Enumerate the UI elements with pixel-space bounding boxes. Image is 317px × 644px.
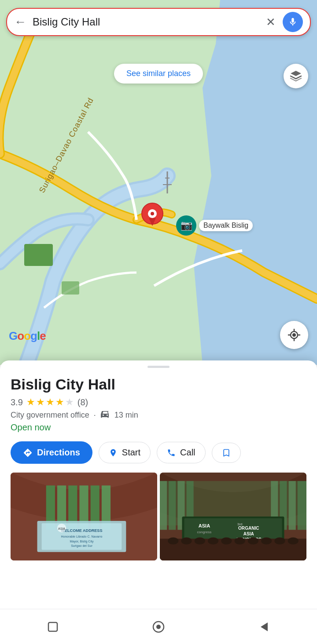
drive-icon — [100, 411, 110, 420]
svg-point-58 — [274, 537, 285, 544]
svg-text:WELCOME ADDRESS: WELCOME ADDRESS — [61, 528, 102, 533]
svg-point-62 — [156, 625, 161, 629]
dot-separator: · — [94, 411, 96, 420]
category-text: City government office — [11, 411, 89, 420]
google-logo: Google — [9, 329, 46, 343]
svg-rect-33 — [160, 481, 167, 530]
svg-text:Honorable Librado C. Navarro: Honorable Librado C. Navarro — [61, 535, 102, 538]
svg-text:congress: congress — [197, 530, 212, 534]
nav-home-button[interactable] — [145, 614, 172, 640]
svg-rect-34 — [169, 481, 176, 530]
star-4: ★ — [55, 397, 64, 408]
svg-point-9 — [151, 212, 154, 215]
star-5: ★ — [65, 397, 74, 408]
category-row: City government office · 13 min — [0, 411, 317, 420]
svg-text:Surigao del Sur: Surigao del Sur — [71, 544, 92, 548]
photos-row[interactable]: WELCOME ADDRESS Honorable Librado C. Nav… — [0, 473, 317, 560]
action-buttons-row: Directions Start Call — [0, 441, 317, 464]
svg-point-52 — [195, 537, 205, 544]
svg-text:ASIA: ASIA — [199, 523, 210, 528]
open-status: Open now — [0, 422, 317, 433]
rating-row: 3.9 ★ ★ ★ ★ ★ (8) — [0, 397, 317, 408]
my-location-button[interactable] — [280, 321, 308, 349]
svg-point-56 — [248, 537, 258, 544]
svg-text:Mayor, Bislig City: Mayor, Bislig City — [70, 540, 94, 543]
drive-time: 13 min — [114, 411, 138, 420]
map-container[interactable]: Surigao–Davao Coastal Rd 📷 Baywalk Bisli… — [0, 0, 317, 365]
star-2: ★ — [36, 397, 45, 408]
sheet-handle — [147, 366, 170, 368]
review-count: (8) — [77, 397, 88, 408]
svg-rect-40 — [298, 481, 306, 530]
map-pin[interactable] — [141, 202, 164, 229]
svg-text:ASIA: ASIA — [243, 531, 254, 536]
search-bar[interactable]: ← Bislig City Hall ✕ — [6, 8, 311, 36]
rating-number: 3.9 — [11, 397, 23, 408]
start-button[interactable]: Start — [99, 442, 151, 463]
baywalk-label: Baywalk Bislig — [199, 220, 253, 231]
svg-rect-60 — [48, 622, 57, 631]
svg-point-57 — [261, 537, 272, 544]
call-button[interactable]: Call — [157, 442, 205, 463]
save-button[interactable] — [212, 443, 241, 463]
svg-text:ASIA: ASIA — [58, 527, 65, 530]
see-similar-places-button[interactable]: See similar places — [114, 64, 203, 84]
svg-point-59 — [288, 537, 299, 544]
star-3: ★ — [46, 397, 55, 408]
svg-point-15 — [292, 333, 296, 337]
svg-point-50 — [168, 537, 178, 544]
star-rating: ★ ★ ★ ★ ★ — [26, 397, 74, 408]
place-title: Bislig City Hall — [0, 376, 317, 393]
svg-marker-63 — [261, 622, 268, 631]
svg-point-51 — [181, 537, 192, 544]
svg-rect-39 — [289, 481, 296, 530]
svg-point-55 — [235, 537, 245, 544]
svg-text:ORGANIC: ORGANIC — [238, 526, 259, 531]
place-detail-sheet: Bislig City Hall 3.9 ★ ★ ★ ★ ★ (8) City … — [0, 360, 317, 644]
baywalk-pin[interactable]: 📷 Baywalk Bislig — [176, 215, 253, 236]
layer-button[interactable] — [284, 64, 308, 88]
photo-2[interactable]: ASIA congress 3rd ORGANIC ASIA CONGRESS — [160, 473, 306, 560]
photo-1[interactable]: WELCOME ADDRESS Honorable Librado C. Nav… — [11, 473, 157, 560]
camera-icon: 📷 — [176, 215, 196, 236]
voice-search-button[interactable] — [283, 12, 303, 32]
back-button[interactable]: ← — [14, 15, 26, 29]
svg-point-53 — [208, 537, 218, 544]
search-query-text[interactable]: Bislig City Hall — [33, 16, 266, 28]
bottom-navigation — [0, 609, 317, 644]
directions-button[interactable]: Directions — [11, 441, 92, 464]
nav-recent-apps-button[interactable] — [40, 614, 66, 640]
star-1: ★ — [26, 397, 35, 408]
nav-back-button[interactable] — [251, 614, 277, 640]
clear-button[interactable]: ✕ — [266, 15, 276, 29]
svg-point-54 — [221, 537, 232, 544]
